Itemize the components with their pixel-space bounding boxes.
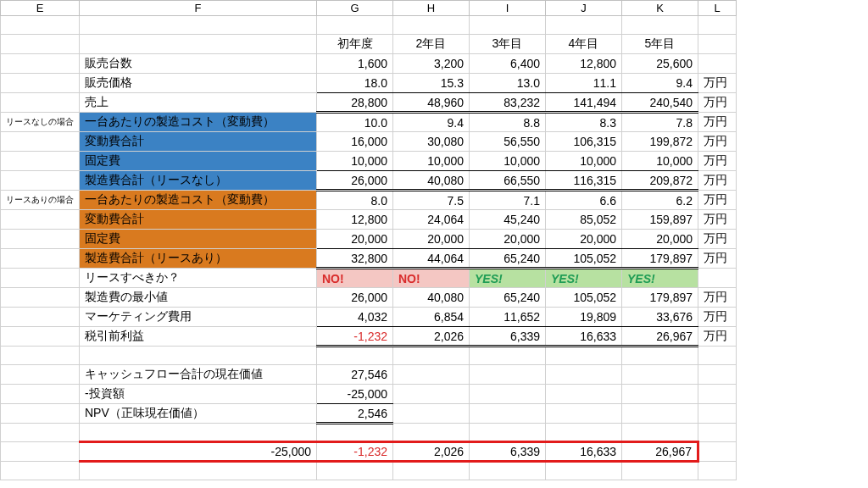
cell[interactable]: 179,897 [622,249,698,269]
year1-header[interactable]: 初年度 [317,35,393,54]
cell[interactable]: 141,494 [546,93,622,113]
cell[interactable]: 65,240 [470,249,546,269]
colhdr-F[interactable]: F [80,1,317,16]
cell[interactable]: 40,080 [393,288,470,308]
cell[interactable]: 9.4 [393,113,470,132]
year4-header[interactable]: 4年目 [546,35,622,54]
cell[interactable]: 40,080 [393,171,470,191]
cell[interactable]: 19,809 [546,308,622,327]
unit-label[interactable]: 万円 [698,249,737,269]
cell[interactable]: 1,600 [317,54,393,74]
cell[interactable]: 159,897 [622,210,698,230]
colhdr-G[interactable]: G [317,1,393,16]
marketing-label[interactable]: マーケティング費用 [80,308,317,327]
cell[interactable]: 8.8 [470,113,546,132]
cell[interactable]: 2,026 [393,327,470,347]
cell[interactable]: 7.5 [393,191,470,210]
cell[interactable]: 48,960 [393,93,470,113]
cell[interactable]: 20,000 [470,230,546,249]
unit-label[interactable]: 万円 [698,74,737,93]
cell[interactable]: 6.6 [546,191,622,210]
unit-label[interactable]: 万円 [698,152,737,171]
cell[interactable]: 26,000 [317,171,393,191]
cell[interactable]: 13.0 [470,74,546,93]
pretax-label[interactable]: 税引前利益 [80,327,317,347]
pv-cashflow-label[interactable]: キャッシュフロー合計の現在価値 [80,365,317,385]
nolease-total-label[interactable]: 製造費合計（リースなし） [80,171,317,191]
cell[interactable]: 6,400 [470,54,546,74]
cell[interactable]: 106,315 [546,132,622,152]
cell[interactable]: 209,872 [622,171,698,191]
unit-label[interactable]: 万円 [698,132,737,152]
unit-label[interactable]: 万円 [698,327,737,347]
cell[interactable]: 45,240 [470,210,546,230]
cell[interactable]: 12,800 [546,54,622,74]
withlease-perunit-label[interactable]: 一台あたりの製造コスト（変動費） [80,191,317,210]
cell[interactable]: 16,633 [546,442,622,462]
cell[interactable]: 20,000 [317,230,393,249]
cell[interactable]: 26,967 [622,327,698,347]
nolease-vartotal-label[interactable]: 変動費合計 [80,132,317,152]
cell[interactable]: 6,339 [470,442,546,462]
cell[interactable]: 20,000 [622,230,698,249]
min-mfg-label[interactable]: 製造費の最小値 [80,288,317,308]
cell[interactable]: 27,546 [317,365,393,385]
cell[interactable]: YES! [470,269,546,288]
npv-label[interactable]: NPV（正味現在価値） [80,404,317,424]
cell[interactable]: 11.1 [546,74,622,93]
unit-label[interactable]: 万円 [698,93,737,113]
cell[interactable]: 18.0 [317,74,393,93]
nolease-fixed-label[interactable]: 固定費 [80,152,317,171]
cell[interactable]: 10.0 [317,113,393,132]
colhdr-I[interactable]: I [470,1,546,16]
withlease-vartotal-label[interactable]: 変動費合計 [80,210,317,230]
cell[interactable]: 83,232 [470,93,546,113]
cell[interactable]: 32,800 [317,249,393,269]
cell[interactable]: -1,232 [317,327,393,347]
cell[interactable]: NO! [317,269,393,288]
withlease-section-label[interactable]: リースありの場合 [1,191,80,210]
cell[interactable]: 6,854 [393,308,470,327]
colhdr-L[interactable]: L [698,1,737,16]
cell[interactable]: 105,052 [546,249,622,269]
withlease-total-label[interactable]: 製造費合計（リースあり） [80,249,317,269]
cell[interactable]: 16,633 [546,327,622,347]
cell[interactable]: 2,546 [317,404,393,424]
should-lease-label[interactable]: リースすべきか？ [80,269,317,288]
cell[interactable]: NO! [393,269,470,288]
unit-label[interactable]: 万円 [698,210,737,230]
cell[interactable]: 105,052 [546,288,622,308]
cell[interactable]: 7.1 [470,191,546,210]
cell[interactable]: 56,550 [470,132,546,152]
cell[interactable]: -1,232 [317,442,393,462]
cell[interactable]: YES! [622,269,698,288]
spreadsheet-table[interactable]: E F G H I J K L 初年度 2年目 3年目 4年目 5年目 販売台数… [0,0,737,480]
investment-label[interactable]: -投資額 [80,385,317,404]
cell[interactable]: 20,000 [546,230,622,249]
cell[interactable]: 4,032 [317,308,393,327]
cell[interactable]: 6.2 [622,191,698,210]
cell[interactable]: 10,000 [393,152,470,171]
year3-header[interactable]: 3年目 [470,35,546,54]
bottom-F[interactable]: -25,000 [80,442,317,462]
cell[interactable]: 3,200 [393,54,470,74]
cell[interactable]: 10,000 [622,152,698,171]
cell[interactable]: YES! [546,269,622,288]
cell[interactable]: 11,652 [470,308,546,327]
cell[interactable]: 28,800 [317,93,393,113]
cell[interactable]: 2,026 [393,442,470,462]
unit-label[interactable]: 万円 [698,191,737,210]
cell[interactable]: 16,000 [317,132,393,152]
colhdr-E[interactable]: E [1,1,80,16]
cell[interactable]: 44,064 [393,249,470,269]
unit-label[interactable]: 万円 [698,308,737,327]
revenue-label[interactable]: 売上 [80,93,317,113]
unit-price-label[interactable]: 販売価格 [80,74,317,93]
cell[interactable]: 85,052 [546,210,622,230]
year5-header[interactable]: 5年目 [622,35,698,54]
cell[interactable]: 116,315 [546,171,622,191]
colhdr-J[interactable]: J [546,1,622,16]
cell[interactable]: 179,897 [622,288,698,308]
cell[interactable]: 10,000 [470,152,546,171]
cell[interactable]: 25,600 [622,54,698,74]
